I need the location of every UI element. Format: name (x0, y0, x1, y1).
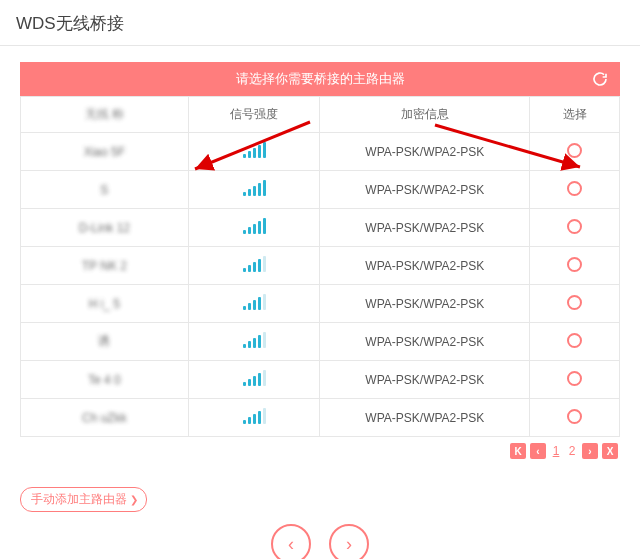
cell-signal (188, 323, 320, 361)
cell-encryption: WPA-PSK/WPA2-PSK (320, 171, 530, 209)
bottom-nav: ‹ › (0, 524, 640, 559)
table-row: Ch uZkkWPA-PSK/WPA2-PSK (21, 399, 620, 437)
pager-page-1[interactable]: 1 (550, 444, 562, 458)
cell-name: D-Link 12 (21, 209, 189, 247)
signal-bars-icon (243, 218, 266, 234)
table-row: H i_ 5WPA-PSK/WPA2-PSK (21, 285, 620, 323)
cell-name: Ch uZkk (21, 399, 189, 437)
col-header-name: 无线 称 (21, 97, 189, 133)
signal-bars-icon (243, 256, 266, 272)
cell-encryption: WPA-PSK/WPA2-PSK (320, 323, 530, 361)
manual-add-button[interactable]: 手动添加主路由器 ❯ (20, 487, 147, 512)
cell-encryption: WPA-PSK/WPA2-PSK (320, 361, 530, 399)
cell-signal (188, 285, 320, 323)
table-row: S WPA-PSK/WPA2-PSK (21, 171, 620, 209)
select-radio[interactable] (567, 181, 582, 196)
cell-name: TP NK 2 (21, 247, 189, 285)
select-radio[interactable] (567, 371, 582, 386)
nav-next-button[interactable]: › (329, 524, 369, 559)
pager-page-2[interactable]: 2 (566, 444, 578, 458)
signal-bars-icon (243, 142, 266, 158)
table-row: Xiao 5FWPA-PSK/WPA2-PSK (21, 133, 620, 171)
col-header-enc: 加密信息 (320, 97, 530, 133)
cell-select (530, 171, 620, 209)
router-panel: 请选择你需要桥接的主路由器 无线 称 信号强度 加密信息 选择 Xiao 5FW… (20, 62, 620, 459)
cell-select (530, 133, 620, 171)
cell-signal (188, 133, 320, 171)
nav-prev-button[interactable]: ‹ (271, 524, 311, 559)
cell-signal (188, 399, 320, 437)
instruction-banner: 请选择你需要桥接的主路由器 (20, 62, 620, 96)
cell-signal (188, 209, 320, 247)
cell-name: Te 4 0 (21, 361, 189, 399)
refresh-icon (592, 71, 608, 87)
pager-prev-button[interactable]: ‹ (530, 443, 546, 459)
cell-signal (188, 171, 320, 209)
chevron-right-icon: ❯ (130, 494, 138, 505)
select-radio[interactable] (567, 257, 582, 272)
table-row: TP NK 2WPA-PSK/WPA2-PSK (21, 247, 620, 285)
col-header-signal: 信号强度 (188, 97, 320, 133)
cell-select (530, 323, 620, 361)
cell-select (530, 247, 620, 285)
cell-select (530, 209, 620, 247)
signal-bars-icon (243, 180, 266, 196)
cell-select (530, 399, 620, 437)
signal-bars-icon (243, 332, 266, 348)
col-header-select: 选择 (530, 97, 620, 133)
signal-bars-icon (243, 370, 266, 386)
signal-bars-icon (243, 294, 266, 310)
page-title: WDS无线桥接 (0, 0, 640, 45)
pager-first-button[interactable]: K (510, 443, 526, 459)
select-radio[interactable] (567, 409, 582, 424)
pager-last-button[interactable]: X (602, 443, 618, 459)
cell-name: Xiao 5F (21, 133, 189, 171)
pager-next-button[interactable]: › (582, 443, 598, 459)
cell-encryption: WPA-PSK/WPA2-PSK (320, 247, 530, 285)
signal-bars-icon (243, 408, 266, 424)
cell-name: S (21, 171, 189, 209)
select-radio[interactable] (567, 295, 582, 310)
cell-name: H i_ 5 (21, 285, 189, 323)
cell-signal (188, 247, 320, 285)
table-row: D-Link 12WPA-PSK/WPA2-PSK (21, 209, 620, 247)
table-row: 诱WPA-PSK/WPA2-PSK (21, 323, 620, 361)
router-table: 无线 称 信号强度 加密信息 选择 Xiao 5FWPA-PSK/WPA2-PS… (20, 96, 620, 437)
cell-select (530, 285, 620, 323)
cell-select (530, 361, 620, 399)
pager: K ‹ 1 2 › X (20, 437, 620, 459)
select-radio[interactable] (567, 143, 582, 158)
chevron-right-icon: › (346, 534, 352, 555)
banner-text: 请选择你需要桥接的主路由器 (236, 71, 405, 86)
cell-name: 诱 (21, 323, 189, 361)
cell-encryption: WPA-PSK/WPA2-PSK (320, 285, 530, 323)
cell-signal (188, 361, 320, 399)
select-radio[interactable] (567, 333, 582, 348)
cell-encryption: WPA-PSK/WPA2-PSK (320, 399, 530, 437)
refresh-button[interactable] (590, 69, 610, 89)
select-radio[interactable] (567, 219, 582, 234)
manual-add-label: 手动添加主路由器 (31, 491, 127, 508)
chevron-left-icon: ‹ (288, 534, 294, 555)
cell-encryption: WPA-PSK/WPA2-PSK (320, 133, 530, 171)
cell-encryption: WPA-PSK/WPA2-PSK (320, 209, 530, 247)
table-row: Te 4 0WPA-PSK/WPA2-PSK (21, 361, 620, 399)
